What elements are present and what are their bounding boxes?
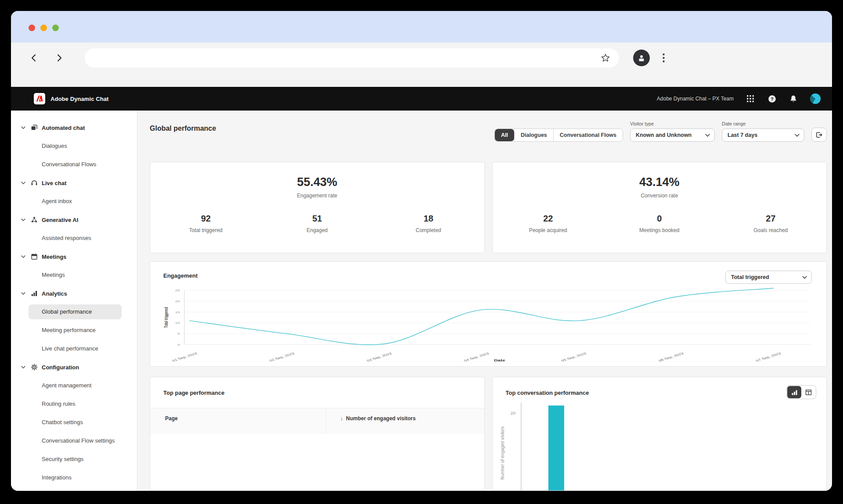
sidebar-item-routing-rules[interactable]: Routing rules	[29, 397, 122, 411]
browser-window: Adobe Dynamic Chat Adobe Dynamic Chat – …	[11, 11, 832, 491]
metric-value: 51	[312, 214, 322, 224]
sidebar-section-meetings[interactable]: Meetings	[11, 249, 137, 264]
metric-value: 27	[766, 214, 775, 224]
sidebar-item-conversational-flows[interactable]: Conversational Flows	[29, 157, 122, 172]
svg-text:?: ?	[770, 96, 773, 101]
bookmark-star-icon[interactable]	[601, 53, 610, 63]
user-avatar[interactable]	[810, 93, 821, 104]
column-header-engaged-visitors[interactable]: ↓Number of engaged visitors	[326, 408, 416, 434]
column-header-page[interactable]: Page	[150, 408, 326, 434]
scope-segmented-control: All Dialogues Conversational Flows	[494, 129, 623, 142]
close-window-icon[interactable]	[29, 25, 35, 31]
sidebar-item-chatbot-settings[interactable]: Chatbot settings	[29, 415, 122, 430]
segment-all-button[interactable]: All	[495, 129, 514, 141]
analytics-icon	[31, 290, 38, 297]
screen: Adobe Dynamic Chat Adobe Dynamic Chat – …	[0, 0, 843, 504]
bar-series	[548, 406, 564, 491]
y-tick-label: 25	[175, 289, 180, 292]
sidebar-item-agent-inbox[interactable]: Agent inbox	[29, 194, 122, 209]
y-axis-title: Total triggered	[163, 307, 169, 328]
forward-button[interactable]	[51, 50, 68, 66]
sidebar-item-integrations[interactable]: Integrations	[29, 470, 122, 485]
x-tick-label: 04 Sep, 2023	[463, 352, 490, 362]
notifications-bell-icon[interactable]	[789, 94, 798, 104]
date-range-value: Last 7 days	[728, 132, 795, 138]
metric-value: 0	[657, 214, 662, 224]
sidebar-item-assisted-responses[interactable]: Assisted responses	[29, 231, 122, 246]
sidebar-section-label: Meetings	[42, 254, 66, 260]
engagement-line-chart: 051015202501 Sep, 202302 Sep, 202303 Sep…	[150, 262, 826, 366]
x-tick-label: 07 Sep, 2023	[755, 352, 782, 362]
sidebar-section-configuration[interactable]: Configuration	[11, 360, 137, 375]
y-tick-label: 0	[177, 343, 180, 346]
top-conversation-performance-card: Top conversation performance	[492, 377, 827, 491]
x-tick-label: 02 Sep, 2023	[269, 352, 295, 362]
configuration-icon	[31, 364, 38, 371]
page-title: Global performance	[150, 125, 216, 132]
sidebar-section-analytics[interactable]: Analytics	[11, 286, 137, 301]
segment-conversational-flows-button[interactable]: Conversational Flows	[553, 129, 623, 141]
y-tick-label: 5	[177, 332, 180, 335]
chevron-down-icon	[21, 126, 25, 129]
chevron-down-icon	[705, 134, 710, 137]
chevron-down-icon	[21, 255, 25, 258]
segment-dialogues-button[interactable]: Dialogues	[514, 129, 553, 141]
page-header: Global performance All Dialogues Convers…	[150, 121, 827, 142]
sidebar-item-global-performance[interactable]: Global performance	[29, 304, 122, 319]
profile-icon	[637, 54, 646, 62]
minimize-window-icon[interactable]	[40, 25, 47, 31]
sidebar-section-label: Configuration	[42, 364, 79, 371]
sort-desc-icon: ↓	[340, 415, 343, 422]
generative-ai-icon	[31, 216, 38, 223]
back-button[interactable]	[25, 50, 42, 66]
automated-chat-icon	[31, 124, 38, 131]
conversion-rate-label: Conversion rate	[641, 193, 678, 199]
y-axis-title: Number of engaged visitors	[500, 426, 504, 479]
traffic-lights	[29, 25, 59, 31]
sidebar-item-live-chat-performance[interactable]: Live chat performance	[29, 341, 122, 356]
visitor-type-select[interactable]: Known and Unknown	[630, 129, 715, 142]
metric-label: Meetings booked	[639, 227, 679, 233]
sidebar-section-label: Generative AI	[42, 217, 78, 223]
workspace-name: Adobe Dynamic Chat – PX Team	[657, 96, 734, 102]
metric-label: Engaged	[306, 227, 328, 233]
sidebar-item-conversational-flow-settings[interactable]: Conversational Flow settings	[29, 433, 122, 448]
export-button[interactable]	[811, 128, 827, 142]
y-tick-label: 20	[510, 411, 515, 415]
metric-label: Goals reached	[753, 227, 788, 233]
sidebar-item-dialogues[interactable]: Dialogues	[29, 139, 122, 154]
kebab-menu-icon	[663, 53, 665, 63]
apps-grid-icon[interactable]	[746, 94, 755, 104]
main-content: Global performance All Dialogues Convers…	[137, 111, 832, 491]
sidebar-section-label: Analytics	[42, 290, 67, 297]
browser-profile-button[interactable]	[633, 50, 650, 66]
sidebar-item-agent-management[interactable]: Agent management	[29, 378, 122, 393]
help-icon[interactable]: ?	[767, 94, 777, 104]
app-header: Adobe Dynamic Chat Adobe Dynamic Chat – …	[11, 87, 832, 111]
sidebar-section-live-chat[interactable]: Live chat	[11, 175, 137, 190]
metric-value: 22	[543, 214, 553, 224]
visitor-type-value: Known and Unknown	[636, 132, 705, 138]
sidebar-section-automated-chat[interactable]: Automated chat	[11, 120, 137, 135]
metric-value: 18	[424, 214, 433, 224]
metric-value: 92	[201, 214, 211, 224]
address-bar[interactable]	[85, 48, 619, 68]
sidebar: Automated chatDialoguesConversational Fl…	[11, 111, 137, 491]
y-tick-label: 10	[175, 321, 180, 324]
date-range-select[interactable]: Last 7 days	[722, 129, 804, 142]
sidebar-item-meetings[interactable]: Meetings	[29, 268, 122, 282]
metric-label: People acquired	[529, 227, 567, 233]
visitor-type-label: Visitor type	[630, 121, 715, 126]
engagement-chart-card: Engagement Total triggered 051015202501 …	[150, 261, 827, 367]
product-name: Adobe Dynamic Chat	[50, 96, 109, 102]
sidebar-item-meeting-performance[interactable]: Meeting performance	[29, 323, 122, 338]
metric-label: Completed	[416, 227, 441, 233]
sidebar-item-security-settings[interactable]: Security settings	[29, 452, 122, 467]
export-icon	[815, 131, 823, 139]
y-tick-label: 15	[175, 311, 180, 314]
engagement-rate-label: Engagement rate	[297, 193, 337, 199]
browser-menu-button[interactable]	[657, 50, 670, 66]
x-tick-label: 05 Sep, 2023	[560, 352, 587, 362]
sidebar-section-generative-ai[interactable]: Generative AI	[11, 212, 137, 227]
zoom-window-icon[interactable]	[52, 25, 59, 31]
